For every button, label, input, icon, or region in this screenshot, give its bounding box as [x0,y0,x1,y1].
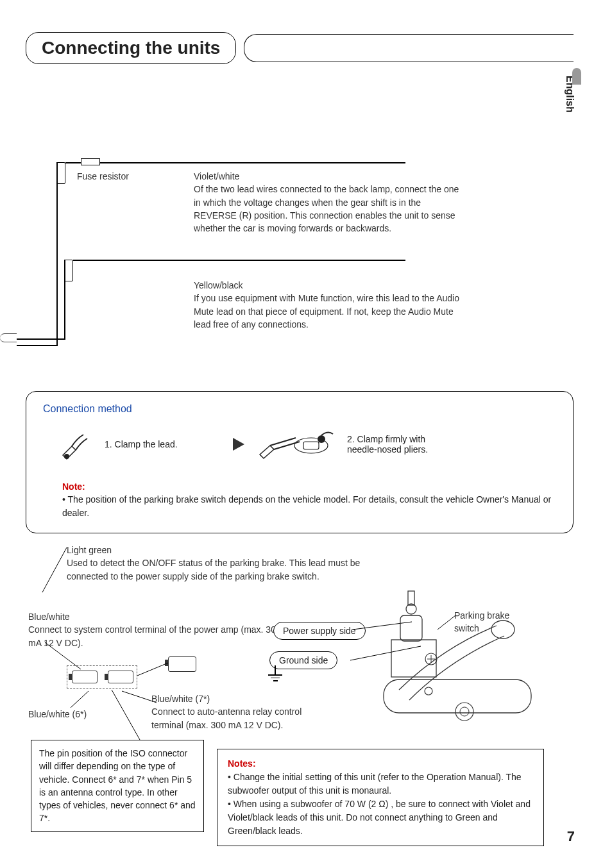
notes-heading: Notes: [228,757,533,771]
parking-brake-icon [372,577,545,731]
svg-rect-12 [384,680,531,713]
svg-rect-17 [408,591,414,605]
language-tab: English [562,71,577,141]
wire-node [56,162,65,184]
ground-icon [268,674,282,681]
lower-diagram: Light green Used to detect the ON/OFF st… [26,542,574,850]
step1-label: 1. Clamp the lead. [105,439,182,449]
wire-node [64,260,73,281]
connection-method-note: Note: • The position of the parking brak… [43,481,556,520]
svg-rect-14 [391,640,436,677]
svg-point-22 [455,703,473,721]
notes-item-2: • When using a subwoofer of 70 W (2 Ω) ,… [228,797,533,838]
svg-rect-15 [400,615,422,641]
fuse-resistor-label: Fuse resistor [77,170,129,183]
pointer-line [41,546,68,594]
light-green-block: Light green Used to detect the ON/OFF st… [67,544,387,583]
blue-white-7-label: Blue/white (7*) [151,692,331,705]
light-green-head: Light green [67,544,387,556]
pointer-line [110,689,149,742]
blue-white-head: Blue/white [28,610,285,623]
blue-white-7-body: Connect to auto-antenna relay control te… [151,705,331,731]
arrow-right-icon [233,438,244,451]
clamp-icon-1 [56,426,92,462]
blue-white-7-block: Blue/white (7*) Connect to auto-antenna … [151,692,331,731]
ground-side-label: Ground side [269,651,337,669]
svg-line-5 [45,642,81,669]
svg-line-4 [42,547,67,592]
blue-white-6-label: Blue/white (6*) [28,708,87,721]
svg-line-24 [112,690,140,740]
page-title: Connecting the units [26,32,236,64]
step2-label: 2. Clamp firmly with needle-nosed pliers… [347,434,450,455]
svg-point-13 [491,621,514,638]
svg-line-8 [137,663,168,676]
svg-point-0 [64,454,69,459]
page-number: 7 [567,828,575,845]
connection-method-title: Connection method [43,403,556,415]
svg-point-3 [318,435,325,443]
iso-note-box: The pin position of the ISO connector wi… [31,740,204,832]
connection-method-box: Connection method 1. Clamp the lead. 2. … [26,391,574,533]
violet-white-color: Violet/white [194,170,463,183]
svg-line-6 [71,691,89,708]
title-bar: Connecting the units [26,32,574,64]
yellow-black-block: Yellow/black If you use equipment with M… [194,279,463,331]
notes-box: Notes: • Change the initial setting of t… [217,749,544,846]
notes-item-1: • Change the initial setting of this uni… [228,771,533,797]
yellow-black-color: Yellow/black [194,279,463,292]
light-green-body: Used to detect the ON/OFF status of the … [67,556,387,583]
clamp-icon-2 [257,426,334,462]
yellow-black-desc: If you use equipment with Mute function,… [194,292,463,331]
violet-white-desc: Of the two lead wires connected to the b… [194,183,463,235]
svg-rect-2 [303,442,319,449]
fuse-resistor-icon [81,158,100,165]
iso-note-text: The pin position of the ISO connector wi… [39,748,196,823]
note-heading: Note: [43,481,556,492]
note-body: • The position of the parking brake swit… [43,493,556,520]
svg-point-23 [460,707,469,716]
svg-point-21 [425,687,432,695]
title-right-decor [244,34,574,62]
upper-diagram: Fuse resistor Violet/white Of the two le… [26,173,574,385]
violet-white-block: Violet/white Of the two lead wires conne… [194,170,463,235]
